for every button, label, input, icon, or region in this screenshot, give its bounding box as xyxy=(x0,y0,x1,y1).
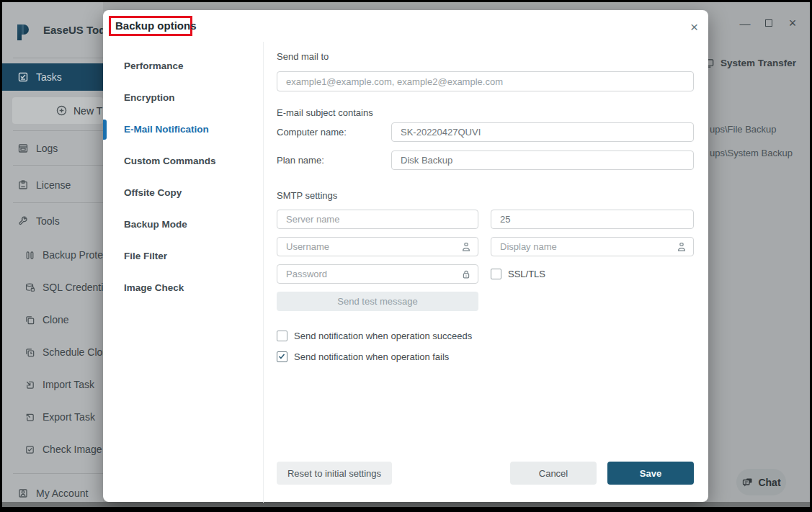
sidebar-divider xyxy=(13,58,103,58)
dialog-tab-offsite-copy[interactable]: Offsite Copy xyxy=(124,183,182,203)
dialog-divider xyxy=(263,42,264,503)
sidebar-divider xyxy=(13,130,103,131)
computer-name-label: Computer name: xyxy=(277,122,347,142)
sidebar-item-backup-protection[interactable]: Backup Protec xyxy=(24,244,103,266)
sidebar-item-label: Backup Protec xyxy=(43,249,103,261)
system-transfer-label: System Transfer xyxy=(720,58,796,68)
sql-credentials-icon xyxy=(24,282,35,293)
notify-success-option: Send notification when operation succeed… xyxy=(277,331,472,341)
ssl-tls-label: SSL/TLS xyxy=(508,269,545,279)
my-account-icon xyxy=(17,488,29,499)
sidebar-item-label: Export Task xyxy=(43,411,95,423)
backup-options-dialog: Backup options × Performance Encryption … xyxy=(103,10,708,502)
subject-contains-label: E-mail subject contains xyxy=(277,107,373,118)
display-name-input[interactable] xyxy=(491,237,694,256)
dialog-tab-backup-mode[interactable]: Backup Mode xyxy=(124,215,187,235)
sidebar-item-label: Logs xyxy=(36,143,58,154)
license-icon xyxy=(17,179,29,191)
ssl-tls-checkbox[interactable] xyxy=(491,269,501,279)
sidebar-item-license[interactable]: License xyxy=(17,174,71,196)
dialog-tab-encryption[interactable]: Encryption xyxy=(124,88,175,108)
app-window: EaseUS Todo Tasks New T Logs L xyxy=(2,2,810,507)
plan-name-input[interactable] xyxy=(391,151,694,170)
ssl-tls-option: SSL/TLS xyxy=(491,269,545,279)
import-task-icon xyxy=(24,379,35,390)
dialog-tab-file-filter[interactable]: File Filter xyxy=(124,246,167,266)
clone-icon xyxy=(24,315,35,325)
close-button[interactable]: × xyxy=(787,17,798,29)
sidebar-item-check-image[interactable]: Check Image xyxy=(24,439,102,460)
plan-name-label: Plan name: xyxy=(277,151,324,170)
sidebar-item-tools[interactable]: Tools xyxy=(17,210,60,232)
sidebar-item-clone[interactable]: Clone xyxy=(24,309,69,331)
chat-icon xyxy=(741,477,754,488)
chat-button[interactable]: Chat xyxy=(736,469,786,495)
sidebar-item-label: My Account xyxy=(36,488,88,499)
send-test-message-button[interactable]: Send test message xyxy=(277,292,478,311)
sidebar-item-label: Check Image xyxy=(43,444,102,455)
dialog-tab-custom-commands[interactable]: Custom Commands xyxy=(124,151,216,171)
logs-icon xyxy=(17,143,29,154)
backup-path-system: ups\System Backup xyxy=(710,148,793,158)
username-input[interactable] xyxy=(277,237,478,256)
sidebar-item-sql-credentials[interactable]: SQL Credentia xyxy=(24,277,103,298)
cancel-button[interactable]: Cancel xyxy=(510,462,597,485)
password-field xyxy=(277,264,478,284)
circle-plus-icon xyxy=(55,104,68,117)
username-field xyxy=(277,237,478,256)
sidebar-item-label: Clone xyxy=(43,314,69,325)
backup-protection-icon xyxy=(24,250,35,261)
sidebar-item-tasks[interactable]: Tasks xyxy=(2,63,103,91)
window-controls: — × xyxy=(739,17,798,29)
send-mail-to-input[interactable] xyxy=(277,71,694,91)
sidebar-item-my-account[interactable]: My Account xyxy=(17,482,88,502)
sidebar-item-label: License xyxy=(36,179,71,191)
maximize-button[interactable] xyxy=(763,17,775,29)
notify-success-checkbox[interactable] xyxy=(277,331,287,341)
app-title: EaseUS Todo xyxy=(43,24,103,36)
sidebar-item-label: Import Task xyxy=(43,379,94,390)
server-name-input[interactable] xyxy=(277,210,478,229)
sidebar-divider xyxy=(13,165,103,166)
check-image-icon xyxy=(24,444,35,455)
email-notification-panel: Send mail to E-mail subject contains Com… xyxy=(277,10,694,502)
tasks-icon xyxy=(17,71,29,83)
smtp-settings-label: SMTP settings xyxy=(277,190,337,201)
app-bottom-edge xyxy=(2,502,810,507)
sidebar-item-label: Schedule Clon xyxy=(43,346,103,358)
dialog-tab-email-notification[interactable]: E-Mail Notification xyxy=(124,120,209,140)
save-button[interactable]: Save xyxy=(607,462,694,485)
new-task-button[interactable]: New T xyxy=(12,97,103,124)
dialog-title: Backup options xyxy=(115,19,197,32)
sidebar-item-import-task[interactable]: Import Task xyxy=(24,374,94,395)
backup-path-file: ups\File Backup xyxy=(710,124,777,135)
maximize-icon xyxy=(765,19,772,27)
password-input[interactable] xyxy=(277,264,478,284)
new-task-label: New T xyxy=(73,105,102,117)
minimize-button[interactable]: — xyxy=(739,17,751,29)
sidebar-item-export-task[interactable]: Export Task xyxy=(24,406,95,428)
display-name-field xyxy=(491,237,694,256)
notify-fail-option: Send notification when operation fails xyxy=(277,351,449,362)
system-transfer-button[interactable]: System Transfer xyxy=(704,58,796,68)
smtp-port-input[interactable] xyxy=(491,210,694,229)
reset-button[interactable]: Reset to initial settings xyxy=(277,462,392,485)
computer-name-input[interactable] xyxy=(391,122,694,142)
send-mail-to-label: Send mail to xyxy=(277,51,329,62)
check-icon xyxy=(278,353,285,360)
export-task-icon xyxy=(24,412,35,423)
sidebar-item-logs[interactable]: Logs xyxy=(17,138,58,159)
notify-fail-label: Send notification when operation fails xyxy=(294,351,449,362)
tools-icon xyxy=(17,215,29,227)
sidebar-divider xyxy=(13,202,103,203)
sidebar-item-schedule-clone[interactable]: Schedule Clon xyxy=(24,341,103,363)
active-tab-indicator xyxy=(103,120,107,140)
notify-fail-checkbox[interactable] xyxy=(277,351,287,362)
schedule-clone-icon xyxy=(24,347,35,358)
app-sidebar: EaseUS Todo Tasks New T Logs L xyxy=(2,2,103,502)
sidebar-item-label: SQL Credentia xyxy=(43,282,103,293)
sidebar-item-label: Tasks xyxy=(36,71,62,83)
notify-success-label: Send notification when operation succeed… xyxy=(294,331,472,341)
dialog-tab-image-check[interactable]: Image Check xyxy=(124,278,184,298)
dialog-tab-performance[interactable]: Performance xyxy=(124,56,184,76)
